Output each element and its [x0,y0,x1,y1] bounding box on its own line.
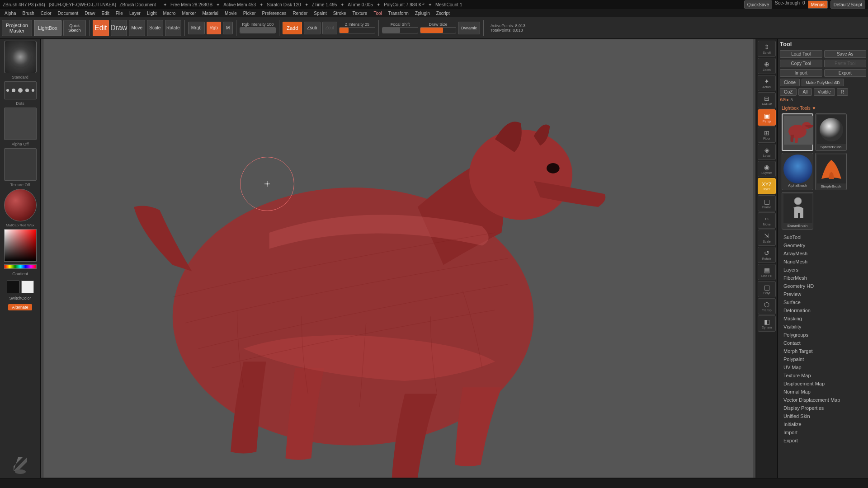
uv-map-section[interactable]: UV Map [778,363,868,371]
black-swatch[interactable] [7,281,19,293]
actual-icon-btn[interactable]: ✦ Actual [758,75,776,91]
menu-preferences[interactable]: Preferences [259,10,289,16]
vector-displacement-map-section[interactable]: Vector Displacement Map [778,396,868,404]
rotate-icon-btn[interactable]: ↺ Rotate [758,247,776,263]
import-button[interactable]: Import [780,69,822,77]
unified-skin-section[interactable]: Unified Skin [778,412,868,420]
focal-shift-slider[interactable]: Focal Shift [382,22,418,33]
sphere-brush-card[interactable]: SphereBrush [815,113,847,151]
goz-button[interactable]: GoZ [780,88,797,96]
focal-shift-track[interactable] [382,27,418,33]
simple-brush-card[interactable]: SimpleBrush [815,153,847,190]
quick-sketch-button[interactable]: Quick Sketch [63,20,86,36]
export-section[interactable]: Export [778,436,868,445]
z-intensity-slider[interactable]: Z Intensity 25 [339,22,375,33]
persp-icon-btn[interactable]: ▣ Persp [758,109,776,126]
display-properties-section[interactable]: Display Properties [778,404,868,412]
masking-section[interactable]: Masking [778,314,868,323]
z-intensity-track[interactable] [339,27,375,33]
eraser-brush-card[interactable]: EraserBrush [782,192,813,230]
local-icon-btn[interactable]: ◈ Local [758,144,776,160]
texture-preview[interactable] [4,148,37,181]
polygroups-section[interactable]: Polygroups [778,331,868,339]
menu-movie[interactable]: Movie [222,10,240,16]
draw-size-slider[interactable]: Draw Size [420,22,456,33]
quicksave-button[interactable]: QuickSave [744,0,772,9]
layers-section[interactable]: Layers [778,266,868,274]
menu-light[interactable]: Light [144,10,160,16]
normal-map-section[interactable]: Normal Map [778,388,868,396]
make-polymesh-button[interactable]: Make PolyMesh3D [802,79,844,86]
copy-tool-button[interactable]: Copy Tool [780,60,822,67]
menu-picker[interactable]: Picker [241,10,259,16]
menu-spaint[interactable]: Spaint [311,10,329,16]
projection-master-button[interactable]: Projection Master [2,20,32,36]
linefill-icon-btn[interactable]: ▤ Line Fill [758,264,776,280]
alpha-preview[interactable] [4,108,37,140]
import-section[interactable]: Import [778,428,868,436]
menu-layer[interactable]: Layer [127,10,143,16]
menu-transform[interactable]: Transform [386,10,411,16]
contact-section[interactable]: Contact [778,339,868,347]
menu-draw[interactable]: Draw [82,10,98,16]
zadd-button[interactable]: Zadd [283,22,302,34]
menu-tool[interactable]: Tool [371,10,384,16]
dynam-icon-btn[interactable]: ◧ Dynam [758,315,776,332]
menu-zplugin[interactable]: Zplugin [412,10,433,16]
dynamic-button[interactable]: Dynamic [458,22,480,34]
polypaint-section[interactable]: Polypaint [778,355,868,363]
menu-texture[interactable]: Texture [350,10,370,16]
stroke-preview[interactable] [4,81,37,99]
surface-section[interactable]: Surface [778,298,868,306]
visible-button[interactable]: Visible [814,88,835,96]
rgb-button[interactable]: Rgb [207,22,221,34]
menu-material[interactable]: Material [200,10,222,16]
xyz-icon-btn[interactable]: XYZ Xyz2 [758,178,776,194]
texture-map-section[interactable]: Texture Map [778,371,868,380]
rgb-intensity-slider[interactable]: Rgb Intensity 100 [240,22,276,33]
menu-color[interactable]: Color [38,10,54,16]
menu-stroke[interactable]: Stroke [330,10,349,16]
rgb-intensity-track[interactable] [240,27,276,33]
brush-preview[interactable] [4,41,37,73]
draw-size-track[interactable] [420,27,456,33]
polyf-icon-btn[interactable]: ◳ Polyf [758,281,776,297]
menu-brush[interactable]: Brush [20,10,37,16]
lsymm-icon-btn[interactable]: ◉ LSymm [758,161,776,177]
export-button[interactable]: Export [824,69,867,77]
lightbox-button[interactable]: LightBox [34,20,61,36]
canvas-area[interactable] [41,39,756,478]
scale-button[interactable]: Scale [147,20,163,36]
alternate-button[interactable]: Alternate [8,304,32,310]
geometry-section[interactable]: Geometry [778,241,868,249]
menu-alpha[interactable]: Alpha [2,10,19,16]
load-tool-button[interactable]: Load Tool [780,50,822,58]
menus-button[interactable]: Menus [808,0,828,9]
arraymesh-section[interactable]: ArrayMesh [778,249,868,258]
mrgb-button[interactable]: Mrgb [188,22,205,34]
move-icon-btn[interactable]: ↔ Move [758,212,776,229]
menu-macro[interactable]: Macro [160,10,179,16]
subtool-section[interactable]: SubTool [778,233,868,241]
menu-marker[interactable]: Marker [179,10,198,16]
edit-button[interactable]: Edit [93,20,109,36]
matcap-preview[interactable] [4,189,37,221]
menu-document[interactable]: Document [55,10,81,16]
visibility-section[interactable]: Visibility [778,323,868,331]
m-button[interactable]: M [223,22,233,34]
default-zscript-button[interactable]: DefaultZScript [830,0,865,9]
r-button[interactable]: R [837,88,848,96]
alpha-brush-card[interactable]: AlphaBrush [782,153,813,190]
menu-zscript[interactable]: Zscript [434,10,453,16]
zsub-button[interactable]: Zsub [304,22,320,34]
fibermesh-section[interactable]: FiberMesh [778,274,868,282]
hue-bar[interactable] [4,264,37,269]
save-as-button[interactable]: Save As [824,50,867,58]
geometry-hd-section[interactable]: Geometry HD [778,282,868,290]
white-swatch[interactable] [21,281,34,293]
color-picker[interactable] [4,229,37,262]
initialize-section[interactable]: Initialize [778,420,868,428]
nanomesh-section[interactable]: NanoMesh [778,258,868,266]
menu-file[interactable]: File [113,10,126,16]
rotate-button[interactable]: Rotate [165,20,181,36]
